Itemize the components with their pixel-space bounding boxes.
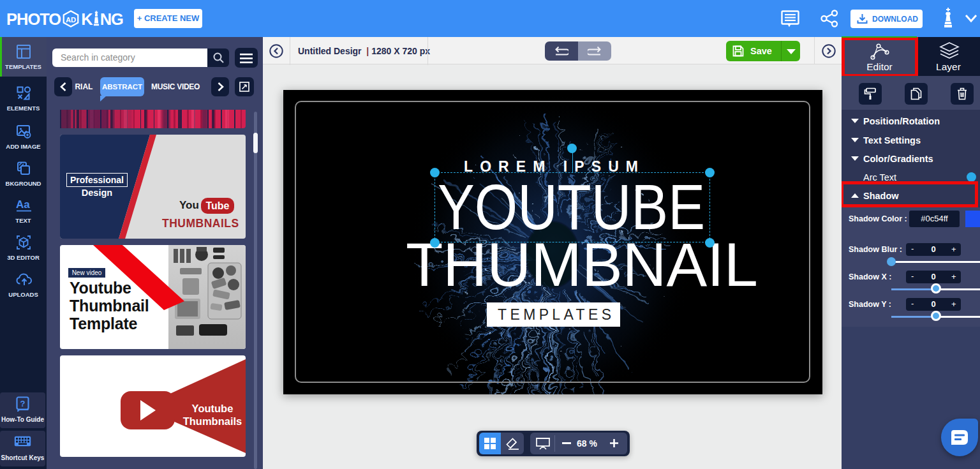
svg-text:Aa: Aa [16,198,30,211]
svg-text:Youtube: Youtube [192,403,234,414]
svg-text:TEMPLATES: TEMPLATES [498,306,611,323]
svg-text:?: ? [20,399,26,408]
svg-text:AD: AD [66,16,76,24]
svg-text:Thumbnails: Thumbnails [183,415,242,427]
